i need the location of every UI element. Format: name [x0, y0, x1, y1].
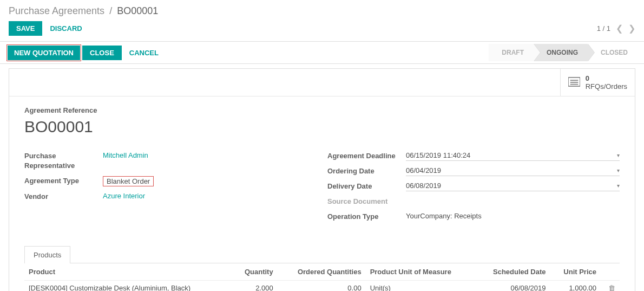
- right-column: Agreement Deadline 06/15/2019 11:40:24 ▾…: [327, 151, 620, 227]
- caret-down-icon: ▾: [617, 167, 620, 173]
- agreement-deadline-input[interactable]: 06/15/2019 11:40:24 ▾: [406, 151, 620, 161]
- agreement-type-value[interactable]: Blanket Order: [103, 176, 154, 186]
- left-column: Purchase Representative Mitchell Admin A…: [24, 151, 317, 227]
- products-table: Product Quantity Ordered Quantities Prod…: [24, 263, 620, 291]
- col-scheduled[interactable]: Scheduled Date: [475, 263, 550, 281]
- vendor-label: Vendor: [24, 192, 103, 202]
- agreement-deadline-label: Agreement Deadline: [327, 151, 406, 161]
- agreement-type-label: Agreement Type: [24, 176, 103, 186]
- pager-text: 1 / 1: [597, 24, 610, 33]
- cell-scheduled[interactable]: 06/08/2019: [475, 281, 550, 292]
- tab-products[interactable]: Products: [24, 246, 70, 263]
- cancel-button[interactable]: CANCEL: [122, 46, 166, 60]
- cell-quantity[interactable]: 2.000: [232, 281, 278, 292]
- agreement-deadline-value: 06/15/2019 11:40:24: [406, 151, 617, 159]
- cell-price[interactable]: 1,000.00: [550, 281, 601, 292]
- status-ongoing[interactable]: ONGOING: [534, 44, 588, 61]
- vendor-value[interactable]: Azure Interior: [103, 192, 317, 200]
- list-icon: [568, 77, 580, 88]
- pager-next-icon[interactable]: ❯: [628, 23, 635, 34]
- stat-count: 0: [586, 74, 627, 82]
- col-uom[interactable]: Product Unit of Measure: [366, 263, 476, 281]
- caret-down-icon: ▾: [617, 183, 620, 189]
- breadcrumb-parent[interactable]: Purchase Agreements: [9, 5, 104, 16]
- cell-product[interactable]: [DESK0004] Customizable Desk (Aluminium,…: [24, 281, 232, 292]
- operation-type-value[interactable]: YourCompany: Receipts: [406, 212, 620, 220]
- ordering-date-value: 06/04/2019: [406, 166, 617, 174]
- new-quotation-button[interactable]: NEW QUOTATION: [8, 46, 80, 60]
- status-draft[interactable]: DRAFT: [489, 44, 534, 61]
- table-row[interactable]: [DESK0004] Customizable Desk (Aluminium,…: [24, 281, 620, 292]
- form-action-bar: NEW QUOTATION CLOSE CANCEL DRAFT ONGOING…: [0, 41, 644, 64]
- operation-type-label: Operation Type: [327, 212, 406, 222]
- ordering-date-input[interactable]: 06/04/2019 ▾: [406, 166, 620, 176]
- cell-ordered[interactable]: 0.00: [278, 281, 366, 292]
- agreement-reference: BO00001: [24, 118, 620, 136]
- close-button[interactable]: CLOSE: [82, 46, 122, 60]
- discard-button[interactable]: DISCARD: [42, 21, 89, 36]
- col-product[interactable]: Product: [24, 263, 232, 281]
- purchase-representative-value[interactable]: Mitchell Admin: [103, 151, 317, 159]
- status-closed[interactable]: CLOSED: [588, 44, 638, 61]
- delivery-date-label: Delivery Date: [327, 182, 406, 191]
- source-document-label: Source Document: [327, 197, 406, 206]
- breadcrumb-separator: /: [109, 5, 112, 16]
- caret-down-icon: ▾: [617, 152, 620, 158]
- cell-uom[interactable]: Unit(s): [366, 281, 476, 292]
- purchase-representative-label: Purchase Representative: [24, 151, 103, 171]
- pager-prev-icon[interactable]: ❮: [616, 23, 623, 34]
- col-quantity[interactable]: Quantity: [232, 263, 278, 281]
- save-button[interactable]: SAVE: [9, 21, 42, 36]
- agreement-reference-label: Agreement Reference: [24, 106, 620, 114]
- status-bar: DRAFT ONGOING CLOSED: [489, 44, 638, 61]
- trash-icon[interactable]: 🗑: [608, 284, 615, 291]
- breadcrumb: Purchase Agreements / BO00001: [0, 0, 644, 20]
- pager: 1 / 1 ❮ ❯: [597, 23, 635, 34]
- breadcrumb-current: BO00001: [117, 5, 158, 16]
- form-sheet: 0 RFQs/Orders Agreement Reference BO0000…: [9, 68, 635, 291]
- rfq-orders-stat-button[interactable]: 0 RFQs/Orders: [560, 69, 635, 96]
- delivery-date-input[interactable]: 06/08/2019 ▾: [406, 182, 620, 191]
- ordering-date-label: Ordering Date: [327, 166, 406, 176]
- col-ordered[interactable]: Ordered Quantities: [278, 263, 366, 281]
- delivery-date-value: 06/08/2019: [406, 182, 617, 190]
- top-action-bar: SAVE DISCARD 1 / 1 ❮ ❯: [0, 20, 644, 41]
- col-price[interactable]: Unit Price: [550, 263, 601, 281]
- stat-label: RFQs/Orders: [586, 82, 627, 90]
- new-quotation-highlight: NEW QUOTATION: [6, 44, 81, 61]
